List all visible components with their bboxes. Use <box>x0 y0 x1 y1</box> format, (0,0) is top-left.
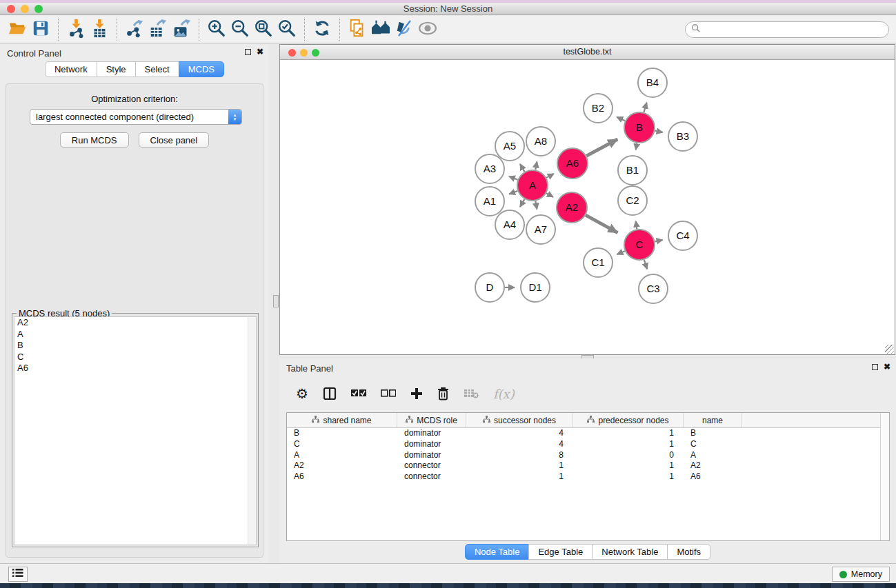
graph-node-A7[interactable]: A7 <box>526 215 555 244</box>
network-zoom-button[interactable] <box>312 49 319 57</box>
graph-node-B[interactable]: B <box>624 112 655 143</box>
open-file-button[interactable] <box>6 18 29 41</box>
float-panel-icon[interactable] <box>245 49 251 55</box>
task-history-button[interactable] <box>8 567 28 582</box>
close-panel-button[interactable]: Close panel <box>139 132 210 148</box>
network-canvas[interactable]: B4B2BB3A8A5A6A3B1AC2A1A2A4A7C4CC1DD1C3 <box>280 60 895 354</box>
graph-node-A2[interactable]: A2 <box>557 192 587 223</box>
vertical-splitter-handle[interactable] <box>273 295 279 307</box>
zoom-in-button[interactable] <box>205 18 228 41</box>
mcds-result-item[interactable]: B <box>14 340 256 352</box>
column-header-shared-name[interactable]: shared name <box>287 413 397 427</box>
network-graph[interactable]: B4B2BB3A8A5A6A3B1AC2A1A2A4A7C4CC1DD1C3 <box>280 60 895 354</box>
export-network-button[interactable] <box>123 18 146 41</box>
graph-edge-A-A6[interactable] <box>546 174 554 178</box>
table-cell[interactable]: A <box>684 450 742 461</box>
graph-edge-C-C1[interactable] <box>617 251 625 254</box>
table-row[interactable]: Cdominator41C <box>287 439 889 450</box>
graph-edge-A-A2[interactable] <box>546 193 553 197</box>
table-cell[interactable]: B <box>684 428 742 439</box>
graph-node-B4[interactable]: B4 <box>638 68 667 97</box>
table-cell[interactable]: 1 <box>573 428 684 439</box>
tab-edge-table[interactable]: Edge Table <box>528 544 593 560</box>
table-cell[interactable]: 1 <box>573 460 684 472</box>
graph-node-C3[interactable]: C3 <box>639 274 668 303</box>
settings-gear-icon[interactable]: ⚙ <box>296 387 308 401</box>
table-cell[interactable]: C <box>684 439 742 450</box>
add-column-icon[interactable] <box>410 387 423 400</box>
table-row[interactable]: A6connector11A6 <box>287 472 889 483</box>
graph-node-C[interactable]: C <box>624 230 655 260</box>
export-table-button[interactable] <box>146 18 170 41</box>
table-cell[interactable]: connector <box>397 472 466 483</box>
minimize-window-button[interactable] <box>21 5 29 13</box>
tab-node-table[interactable]: Node Table <box>465 544 530 560</box>
delete-column-icon[interactable] <box>437 387 449 401</box>
table-cell[interactable]: 1 <box>573 472 684 483</box>
graph-node-C2[interactable]: C2 <box>618 186 647 215</box>
table-cell[interactable]: A6 <box>684 472 742 483</box>
tab-motifs[interactable]: Motifs <box>667 544 710 560</box>
memory-button[interactable]: Memory <box>832 567 890 582</box>
graph-node-A[interactable]: A <box>517 170 548 201</box>
graph-node-D[interactable]: D <box>475 273 504 302</box>
columns-icon[interactable] <box>323 387 337 401</box>
tab-style[interactable]: Style <box>97 61 136 77</box>
table-cell[interactable]: 1 <box>466 460 573 472</box>
graph-edge-A-A3[interactable] <box>509 176 518 180</box>
column-header-MCDS-role[interactable]: MCDS role <box>397 413 466 427</box>
graph-edge-A2-C[interactable] <box>586 215 617 233</box>
select-all-icon[interactable] <box>351 389 366 398</box>
tab-mcds[interactable]: MCDS <box>179 61 224 77</box>
duplicate-network-button[interactable] <box>346 18 369 41</box>
scrollbar-track[interactable] <box>880 413 889 540</box>
graph-edge-A-A7[interactable] <box>535 201 537 210</box>
tab-select[interactable]: Select <box>135 61 179 77</box>
graph-edge-A-A1[interactable] <box>509 191 517 194</box>
graph-node-A5[interactable]: A5 <box>495 132 524 161</box>
table-cell[interactable]: 1 <box>466 472 573 483</box>
network-minimize-button[interactable] <box>300 49 308 57</box>
graph-node-A1[interactable]: A1 <box>475 187 504 216</box>
search-input[interactable] <box>701 25 888 34</box>
graph-edge-A-A4[interactable] <box>520 199 524 207</box>
zoom-out-button[interactable] <box>228 18 252 41</box>
annotations-toggle-button[interactable] <box>392 18 416 41</box>
save-session-button[interactable] <box>29 18 52 41</box>
run-mcds-button[interactable]: Run MCDS <box>60 132 129 148</box>
table-row[interactable]: A2connector11A2 <box>287 460 889 472</box>
mcds-result-item[interactable]: A <box>14 329 256 341</box>
export-image-button[interactable] <box>170 18 193 41</box>
graph-node-C4[interactable]: C4 <box>668 221 697 250</box>
graph-node-B2[interactable]: B2 <box>584 94 613 123</box>
table-cell[interactable]: B <box>287 428 397 439</box>
import-network-button[interactable] <box>64 18 88 41</box>
deselect-all-icon[interactable] <box>381 389 396 398</box>
import-table-button[interactable] <box>88 18 111 41</box>
close-panel-icon[interactable]: ✖ <box>257 48 263 55</box>
table-row[interactable]: Adominator80A <box>287 450 889 461</box>
table-cell[interactable]: 4 <box>466 428 573 439</box>
zoom-window-button[interactable] <box>34 5 43 13</box>
table-row[interactable]: Bdominator41B <box>287 428 889 439</box>
graph-node-A8[interactable]: A8 <box>526 127 555 156</box>
graph-node-D1[interactable]: D1 <box>521 273 550 302</box>
graph-node-A6[interactable]: A6 <box>557 148 588 179</box>
table-cell[interactable]: A2 <box>287 460 397 472</box>
graph-edge-B-B4[interactable] <box>644 103 646 112</box>
table-cell[interactable]: C <box>287 439 397 450</box>
mcds-result-item[interactable]: A2 <box>14 317 256 329</box>
optimization-criterion-select[interactable]: largest connected component (directed) ▴… <box>30 109 242 125</box>
graph-edge-A-A5[interactable] <box>520 164 524 172</box>
close-panel-icon[interactable]: ✖ <box>884 363 890 370</box>
graph-edge-B-B2[interactable] <box>617 117 625 121</box>
graph-node-B1[interactable]: B1 <box>618 156 647 185</box>
zoom-selected-button[interactable] <box>275 18 299 41</box>
mcds-result-list[interactable]: A2ABCA6 <box>14 316 257 545</box>
table-cell[interactable]: 0 <box>573 450 684 461</box>
eye-button[interactable] <box>416 18 439 41</box>
graph-node-A4[interactable]: A4 <box>495 210 524 239</box>
graph-node-C1[interactable]: C1 <box>584 248 613 277</box>
table-cell[interactable]: 4 <box>466 439 573 450</box>
table-cell[interactable]: A <box>287 450 397 461</box>
